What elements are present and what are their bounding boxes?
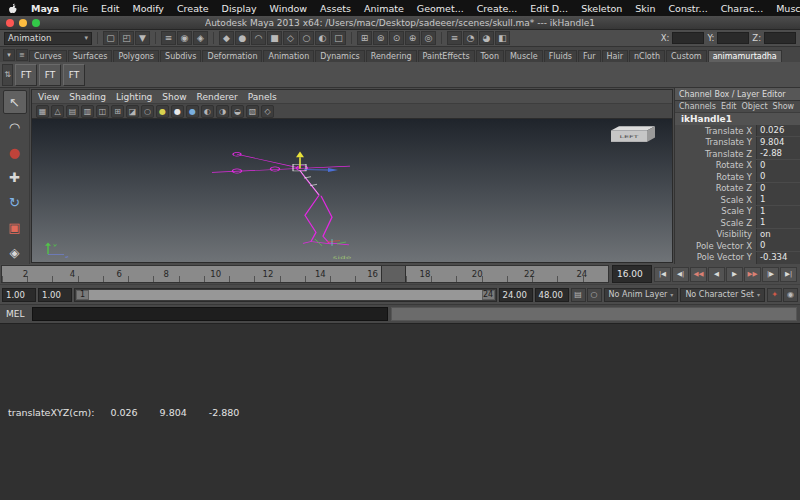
move-tool-icon[interactable]: ✚ bbox=[3, 165, 27, 189]
menu-character[interactable]: Charac... bbox=[721, 3, 764, 14]
viewport-3d-view[interactable]: LEFT bbox=[32, 119, 672, 262]
menu-set-selector[interactable]: Animation ▾ bbox=[4, 32, 92, 45]
shelf-menu-icon[interactable]: ▾ bbox=[3, 49, 15, 61]
channel-attribute-value[interactable]: on bbox=[756, 229, 800, 240]
ipr-render-icon[interactable]: ◕ bbox=[479, 31, 494, 45]
command-line-input[interactable] bbox=[32, 307, 388, 321]
playback-end-field[interactable]: 24.00 bbox=[499, 288, 533, 302]
channel-attribute-row[interactable]: Scale Y1 bbox=[675, 206, 800, 218]
channel-attribute-row[interactable]: Translate X0.026 bbox=[675, 125, 800, 137]
channel-attribute-row[interactable]: Scale Z1 bbox=[675, 217, 800, 229]
menu-window[interactable]: Window bbox=[270, 3, 307, 14]
channel-attribute-row[interactable]: Scale X1 bbox=[675, 194, 800, 206]
shelf-tab-curves[interactable]: Curves bbox=[29, 50, 67, 62]
shelf-scroll-icon[interactable]: ⇅ bbox=[2, 64, 13, 86]
x-input-field[interactable] bbox=[672, 32, 704, 44]
channel-attribute-value[interactable]: 9.804 bbox=[756, 137, 800, 148]
select-camera-icon[interactable]: ▦ bbox=[36, 105, 49, 118]
shadows-icon[interactable]: ◐ bbox=[201, 105, 214, 118]
menu-display[interactable]: Display bbox=[222, 3, 257, 14]
shelf-tab-toon[interactable]: Toon bbox=[476, 50, 504, 62]
menu-modify[interactable]: Modify bbox=[133, 3, 164, 14]
new-scene-icon[interactable]: ▢ bbox=[103, 31, 118, 45]
range-start-handle[interactable]: 1 bbox=[76, 290, 89, 300]
panel-menu-view[interactable]: View bbox=[38, 92, 59, 102]
channel-attribute-row[interactable]: Rotate Y0 bbox=[675, 171, 800, 183]
select-hierarchy-mode-icon[interactable]: ≡ bbox=[161, 31, 176, 45]
shelf-tab-muscle[interactable]: Muscle bbox=[505, 50, 543, 62]
step-forward-key-button[interactable]: ▶▶ bbox=[744, 267, 761, 282]
channel-attribute-row[interactable]: Translate Y9.804 bbox=[675, 137, 800, 149]
select-by-dynamics-icon[interactable]: ○ bbox=[299, 31, 314, 45]
window-title-bar[interactable]: Autodesk Maya 2013 x64: /Users/mac/Deskt… bbox=[0, 16, 800, 30]
2d-pan-zoom-icon[interactable]: ⊞ bbox=[111, 105, 124, 118]
z-input-field[interactable] bbox=[764, 32, 796, 44]
step-back-frame-button[interactable]: ◀| bbox=[672, 267, 689, 282]
menu-edit-deformers[interactable]: Edit D... bbox=[530, 3, 568, 14]
channel-attribute-row[interactable]: Visibilityon bbox=[675, 229, 800, 241]
snap-to-point-icon[interactable]: ⊙ bbox=[389, 31, 404, 45]
menu-assets[interactable]: Assets bbox=[320, 3, 351, 14]
channel-attribute-value[interactable]: 0 bbox=[756, 240, 800, 251]
make-live-icon[interactable]: ◎ bbox=[421, 31, 436, 45]
shelf-options-icon[interactable]: ≡ bbox=[16, 49, 28, 61]
select-by-surfaces-icon[interactable]: ■ bbox=[267, 31, 282, 45]
camera-attributes-icon[interactable]: ▤ bbox=[66, 105, 79, 118]
channel-attribute-value[interactable]: 0.026 bbox=[756, 125, 800, 136]
render-current-frame-icon[interactable]: ◔ bbox=[463, 31, 478, 45]
view-cube[interactable]: LEFT bbox=[611, 126, 655, 142]
textured-icon[interactable]: ● bbox=[171, 105, 184, 118]
channel-attribute-row[interactable]: Rotate X0 bbox=[675, 160, 800, 172]
shelf-tab-deformation[interactable]: Deformation bbox=[202, 50, 262, 62]
shelf-tab-animamurtadha[interactable]: animamurtadha bbox=[708, 50, 782, 62]
view-cube-face-label[interactable]: LEFT bbox=[620, 134, 639, 138]
mute-icon[interactable]: ○ bbox=[587, 288, 602, 302]
select-by-deformations-icon[interactable]: ◇ bbox=[283, 31, 298, 45]
menu-muscle[interactable]: Muscle bbox=[776, 3, 800, 14]
range-end-handle[interactable]: 24 bbox=[482, 290, 495, 300]
channel-attribute-value[interactable]: 1 bbox=[756, 217, 800, 228]
channel-attribute-row[interactable]: Translate Z-2.88 bbox=[675, 148, 800, 160]
shelf-item-ft-2[interactable]: FT bbox=[39, 64, 61, 86]
step-back-key-button[interactable]: ◀◀ bbox=[690, 267, 707, 282]
shelf-tab-painteffects[interactable]: PaintEffects bbox=[418, 50, 475, 62]
select-by-joints-icon[interactable]: ● bbox=[235, 31, 250, 45]
menu-create-deformers[interactable]: Create... bbox=[477, 3, 518, 14]
menu-skeleton[interactable]: Skeleton bbox=[581, 3, 622, 14]
shelf-tab-polygons[interactable]: Polygons bbox=[113, 50, 159, 62]
shelf-tab-custom[interactable]: Custom bbox=[666, 50, 707, 62]
menu-file[interactable]: File bbox=[72, 3, 88, 14]
wireframe-icon[interactable]: ○ bbox=[141, 105, 154, 118]
menu-animate[interactable]: Animate bbox=[364, 3, 404, 14]
lasso-tool-icon[interactable]: ◠ bbox=[3, 115, 27, 139]
panel-menu-panels[interactable]: Panels bbox=[248, 92, 277, 102]
go-to-end-button[interactable]: ▶| bbox=[780, 267, 797, 282]
panel-menu-show[interactable]: Show bbox=[162, 92, 186, 102]
multisample-icon[interactable]: ▧ bbox=[246, 105, 259, 118]
shelf-tab-animation[interactable]: Animation bbox=[263, 50, 314, 62]
menu-maya[interactable]: Maya bbox=[31, 3, 59, 14]
scale-tool-icon[interactable]: ▣ bbox=[3, 215, 27, 239]
panel-menu-lighting[interactable]: Lighting bbox=[116, 92, 152, 102]
select-component-mode-icon[interactable]: ◈ bbox=[193, 31, 208, 45]
edit-menu[interactable]: Edit bbox=[721, 102, 737, 111]
viewport-canvas[interactable]: LEFT bbox=[32, 119, 672, 262]
select-object-mode-icon[interactable]: ◉ bbox=[177, 31, 192, 45]
snap-to-plane-icon[interactable]: ⊕ bbox=[405, 31, 420, 45]
step-forward-frame-button[interactable]: |▶ bbox=[762, 267, 779, 282]
save-scene-icon[interactable]: ▼ bbox=[135, 31, 150, 45]
shelf-tab-ncloth[interactable]: nCloth bbox=[629, 50, 665, 62]
anim-layer-selector[interactable]: No Anim Layer ▾ bbox=[604, 288, 679, 302]
render-settings-icon[interactable]: ◧ bbox=[495, 31, 510, 45]
universal-manipulator-icon[interactable]: ◈ bbox=[3, 240, 27, 264]
channels-menu[interactable]: Channels bbox=[679, 102, 716, 111]
channel-attribute-value[interactable]: -0.334 bbox=[756, 252, 800, 263]
lock-camera-icon[interactable]: △ bbox=[51, 105, 64, 118]
smooth-shade-icon[interactable]: ● bbox=[156, 105, 169, 118]
show-menu[interactable]: Show bbox=[773, 102, 795, 111]
time-slider[interactable]: 24681012141618202224 bbox=[1, 265, 609, 283]
shelf-tab-surfaces[interactable]: Surfaces bbox=[68, 50, 113, 62]
channel-attribute-value[interactable]: -2.88 bbox=[756, 148, 800, 159]
shelf-tab-rendering[interactable]: Rendering bbox=[366, 50, 417, 62]
panel-menu-renderer[interactable]: Renderer bbox=[197, 92, 238, 102]
